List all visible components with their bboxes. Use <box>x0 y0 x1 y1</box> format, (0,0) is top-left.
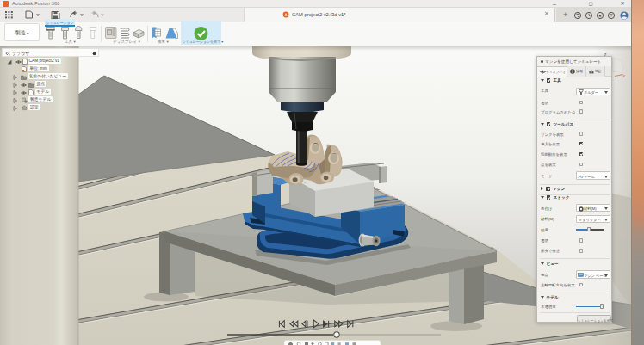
folder-icon <box>21 75 27 80</box>
stock-transparent-checkbox[interactable] <box>579 238 584 243</box>
row-label-stop-on-collision: 衝突で停止 <box>541 249 560 253</box>
tool1-icon[interactable] <box>46 28 55 40</box>
browser-options-icon[interactable] <box>92 52 96 56</box>
app-grid-icon[interactable] <box>5 11 13 18</box>
display-stock-icon[interactable] <box>134 30 145 39</box>
tool4-icon[interactable] <box>90 28 96 39</box>
section-stock[interactable]: ストック <box>541 195 569 200</box>
minimize-button[interactable]: – <box>550 0 559 8</box>
spindle-dir-checkbox[interactable] <box>579 283 584 287</box>
section-view[interactable]: ビュー <box>541 262 559 266</box>
undo-icon[interactable] <box>71 11 84 18</box>
chevron-right-icon[interactable] <box>13 98 17 103</box>
display-toolpath-icon[interactable] <box>121 28 130 38</box>
user-avatar[interactable] <box>620 11 628 19</box>
save-icon[interactable] <box>52 12 59 20</box>
show-points-checkbox[interactable] <box>579 163 584 167</box>
tree-label[interactable]: 製造モデル <box>28 96 53 102</box>
section-model[interactable]: モデル <box>541 295 559 299</box>
section-tool-checkbox[interactable] <box>547 78 551 83</box>
accuracy-slider[interactable] <box>576 228 604 231</box>
section-toolpath[interactable]: ツールパス <box>541 122 573 126</box>
tree-label[interactable]: 名前の付いたビュー <box>28 73 69 79</box>
close-simulation-button[interactable]: シミュレーションを終了 <box>577 315 611 323</box>
tab-info[interactable]: 情報 <box>567 66 586 77</box>
visibility-eye-icon[interactable] <box>21 90 27 95</box>
show-links-checkbox[interactable] <box>579 132 584 136</box>
group-label-display[interactable]: ディスプレイ ▾ <box>113 40 140 44</box>
section-stock-checkbox[interactable] <box>547 195 551 200</box>
section-toolpath-checkbox[interactable] <box>547 122 551 126</box>
row-label-transparent: 透明 <box>541 101 548 105</box>
ribbon-toolbar: 製造 ▾ シミュレーション <box>0 22 644 46</box>
close-button[interactable]: ✕ <box>618 0 627 8</box>
tree-label[interactable]: 原点 <box>35 81 47 87</box>
tree-label[interactable]: 設定 <box>28 104 40 110</box>
tree-label[interactable]: 単位: mm <box>28 65 49 71</box>
dialog-tabs: ディスプレイ 情報 統計 <box>537 66 611 77</box>
group-label-tools[interactable]: 工具 ▾ <box>65 40 76 44</box>
section-machine-checkbox[interactable] <box>546 187 550 191</box>
group-label-finish[interactable]: シミュレーションを終了 ▾ <box>183 40 224 44</box>
section-machine[interactable]: マシン <box>541 187 565 191</box>
mode-combo[interactable]: テール <box>576 171 611 179</box>
svg-text:?: ? <box>610 13 613 18</box>
document-tab[interactable]: CAM project2 v2.f3d v1* ✕ <box>244 8 555 22</box>
timeline-handle[interactable] <box>334 332 339 337</box>
visibility-eye-icon[interactable] <box>21 83 27 88</box>
machine-space-icon <box>578 273 584 278</box>
display-machine-icon[interactable] <box>106 28 117 39</box>
tail-mode-icon <box>578 175 584 179</box>
eye-icon <box>540 70 546 74</box>
inspect-report-icon[interactable] <box>152 28 161 39</box>
stop-on-collision-checkbox[interactable] <box>579 249 584 253</box>
info-icon <box>570 69 575 74</box>
show-rapid-checkbox[interactable] <box>579 152 584 157</box>
notifications-icon[interactable] <box>597 12 603 18</box>
title-bar: Autodesk Fusion 360 – ▢ ✕ <box>0 0 644 8</box>
chevron-right-icon[interactable] <box>13 75 17 80</box>
inspect-section-icon[interactable] <box>166 28 178 39</box>
row-label-spindle-dir: 主軸回転方向を表示 <box>541 283 575 287</box>
section-tool[interactable]: 工具 <box>541 78 561 83</box>
job-status-icon[interactable] <box>585 12 591 18</box>
tool2-icon[interactable] <box>62 28 69 40</box>
programmed-point-checkbox[interactable] <box>579 109 584 114</box>
dialog-grip-icon[interactable] <box>541 60 543 63</box>
opacity-slider[interactable] <box>576 305 604 308</box>
row-label-show-links: リンクを表示 <box>541 132 564 137</box>
transparent-checkbox[interactable] <box>579 101 584 105</box>
document-tab-close-icon[interactable]: ✕ <box>544 10 549 17</box>
visibility-eye-icon[interactable] <box>15 59 22 65</box>
chevron-right-icon[interactable] <box>13 90 17 95</box>
file-menu-icon[interactable] <box>26 11 40 18</box>
material-combo[interactable]: メタリック ペイン... <box>576 215 611 223</box>
colorize-combo[interactable]: 材料(M) <box>576 204 611 212</box>
row-label-show-points: 点を表示 <box>541 163 556 167</box>
redo-icon[interactable] <box>92 11 105 18</box>
document-icon <box>282 11 289 18</box>
chevron-right-icon[interactable] <box>13 83 17 88</box>
expand-arrow-icon[interactable] <box>7 59 12 65</box>
group-label-inspect[interactable]: 検査 ▾ <box>158 40 169 44</box>
statistics-icon <box>589 69 594 74</box>
browser-header[interactable]: ブラウザ <box>2 48 99 57</box>
chevron-right-icon[interactable] <box>13 106 17 111</box>
tab-display[interactable]: ディスプレイ <box>537 66 567 77</box>
help-icon[interactable]: ? <box>608 12 614 18</box>
collapse-browser-icon[interactable] <box>5 52 11 56</box>
tool3-icon[interactable] <box>76 27 83 39</box>
tab-statistics[interactable]: 統計 <box>586 66 605 77</box>
row-label-show-rapid: 切削動作を表示 <box>541 152 567 157</box>
tool-combo[interactable]: ホルダー <box>576 88 611 95</box>
tree-label[interactable]: CAM project2 v1 <box>28 58 61 64</box>
maximize-button[interactable]: ▢ <box>586 0 595 8</box>
dialog-title: マシンを使用してシミュレート <box>545 59 602 64</box>
tree-label[interactable]: モデル <box>35 89 52 95</box>
show-leads-checkbox[interactable] <box>579 142 584 146</box>
sync-status-icon[interactable] <box>574 12 580 18</box>
viewpoint-combo[interactable]: マシン ベース <box>576 270 611 278</box>
new-tab-icon[interactable]: + <box>563 10 567 19</box>
finish-simulation-button[interactable] <box>195 27 208 40</box>
row-label-programmed-point: プログラムされた点 <box>541 110 575 114</box>
